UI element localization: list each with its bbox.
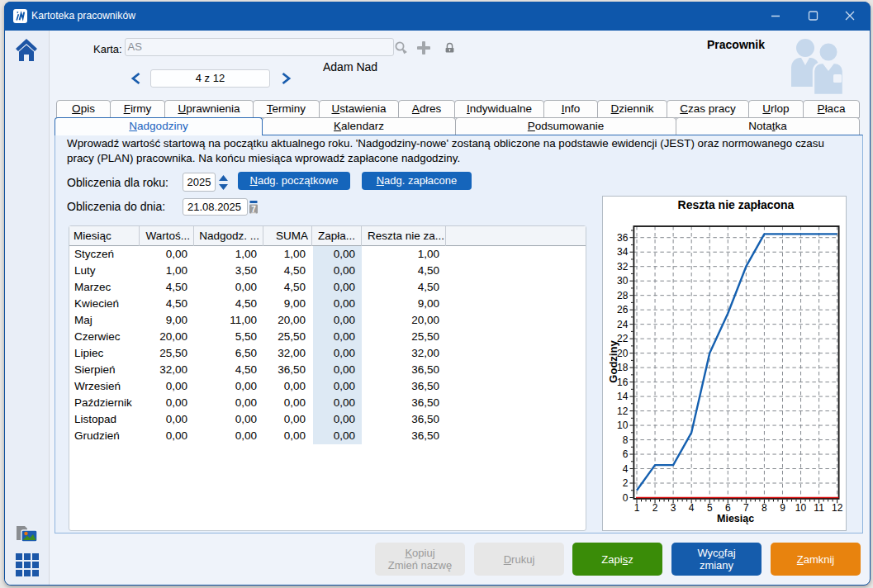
svg-text:2: 2: [623, 477, 629, 489]
svg-text:34: 34: [617, 246, 629, 258]
svg-text:30: 30: [617, 275, 629, 287]
svg-text:Godziny: Godziny: [607, 340, 619, 383]
svg-text:10: 10: [617, 420, 629, 431]
svg-text:14: 14: [617, 391, 629, 402]
svg-text:6: 6: [623, 448, 629, 460]
svg-text:11: 11: [814, 502, 824, 514]
svg-text:28: 28: [617, 290, 629, 301]
svg-text:12: 12: [617, 405, 629, 417]
svg-text:8: 8: [623, 434, 629, 446]
svg-text:3: 3: [671, 502, 676, 514]
svg-text:7: 7: [251, 205, 256, 214]
svg-text:7: 7: [743, 502, 749, 514]
svg-text:5: 5: [707, 502, 713, 514]
svg-text:24: 24: [617, 319, 629, 330]
svg-text:Miesiąc: Miesiąc: [717, 513, 754, 524]
svg-text:26: 26: [617, 304, 629, 315]
svg-text:Reszta nie zapłacona: Reszta nie zapłacona: [678, 198, 795, 211]
svg-text:12: 12: [832, 502, 843, 514]
svg-text:6: 6: [725, 502, 731, 514]
svg-text:9: 9: [780, 502, 785, 514]
svg-text:8: 8: [762, 502, 767, 514]
svg-text:4: 4: [623, 463, 629, 475]
svg-text:36: 36: [617, 232, 629, 244]
svg-text:2: 2: [652, 502, 658, 514]
svg-text:10: 10: [795, 502, 807, 514]
svg-text:4: 4: [689, 502, 695, 514]
svg-text:0: 0: [623, 492, 629, 504]
svg-text:32: 32: [617, 261, 629, 273]
svg-text:1: 1: [634, 502, 640, 514]
